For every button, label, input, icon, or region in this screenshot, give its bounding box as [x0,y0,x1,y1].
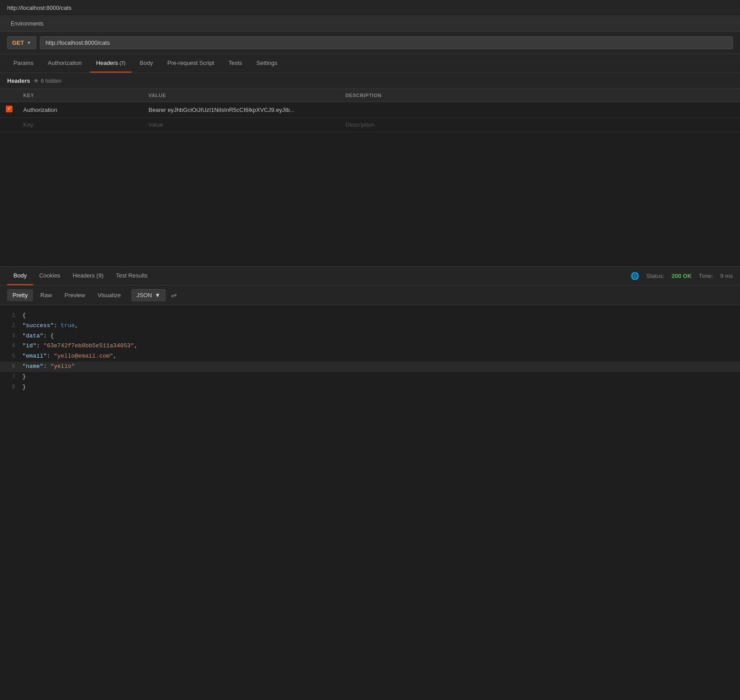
response-tab-cookies[interactable]: Cookies [33,267,67,285]
chevron-down-icon: ▼ [155,292,161,299]
response-tab-headers[interactable]: Headers (9) [67,267,110,285]
format-tab-pretty[interactable]: Pretty [7,289,33,301]
method-label: GET [12,39,24,46]
time-label: Time: [699,273,713,279]
line-number: 3 [0,332,22,341]
json-line: 3 "data": { [0,331,740,341]
json-output: 1{2 "success": true,3 "data": {4 "id": "… [0,305,740,397]
environments-button[interactable]: Environments [7,19,47,29]
method-dropdown[interactable]: GET ▼ [7,36,36,49]
format-type-label: JSON [136,292,152,299]
line-content: "email": "yello@email.com", [22,352,740,361]
format-tab-preview[interactable]: Preview [59,289,90,301]
eye-icon: 👁 [34,78,39,84]
placeholder-value: Value [149,121,163,128]
format-bar: Pretty Raw Preview Visualize JSON ▼ ⇌ [0,286,740,305]
json-line: 2 "success": true, [0,321,740,331]
page-title: http://localhost:8000/cats [7,4,72,11]
tab-params[interactable]: Params [7,54,40,73]
hidden-count-badge: 👁 6 hidden [34,78,61,84]
headers-section-title: Headers [7,77,30,84]
status-label: Status: [646,273,664,279]
tab-settings[interactable]: Settings [250,54,284,73]
globe-icon: 🌐 [630,272,639,280]
line-content: } [22,383,740,392]
line-number: 7 [0,372,22,382]
line-content: "success": true, [22,321,740,331]
row-checkbox[interactable] [6,106,13,112]
top-bar: http://localhost:8000/cats [0,0,740,16]
line-number: 2 [0,321,22,331]
response-status: 🌐 Status: 200 OK Time: 9 ms [630,272,733,280]
json-line: 5 "email": "yello@email.com", [0,351,740,362]
placeholder-checkbox-cell [0,118,18,132]
line-number: 1 [0,311,22,320]
status-code: 200 OK [672,273,692,279]
row-key-cell: Authorization [18,102,143,118]
tab-authorization[interactable]: Authorization [42,54,88,73]
format-tab-raw[interactable]: Raw [35,289,57,301]
hidden-count-label: 6 hidden [41,78,61,84]
table-row: Authorization Bearer eyJhbGciOiJIUzI1NiI… [0,102,740,118]
response-tab-body[interactable]: Body [7,267,33,285]
table-row-placeholder: Key Value Description [0,118,740,132]
line-content: "data": { [22,332,740,341]
format-tab-visualize[interactable]: Visualize [92,289,126,301]
middle-space [0,132,740,266]
tab-body[interactable]: Body [133,54,159,73]
url-bar: GET ▼ [0,32,740,54]
row-value-text: Bearer eyJhbGciOiJIUzI1NiIsInR5cCI6IkpXV… [149,107,295,113]
line-content: { [22,311,740,320]
json-line: 1{ [0,311,740,321]
time-value: 9 ms [720,273,733,279]
tab-tests[interactable]: Tests [222,54,248,73]
request-tab-bar: Params Authorization Headers (7) Body Pr… [0,54,740,73]
json-line: 4 "id": "63e742f7eb8bb5e511a34053", [0,341,740,351]
col-header-description: DESCRIPTION [340,89,740,102]
row-checkbox-cell[interactable] [0,102,18,118]
line-number: 8 [0,383,22,392]
tab-prerequest[interactable]: Pre-request Script [161,54,221,73]
url-input[interactable] [40,36,733,49]
placeholder-value-cell[interactable]: Value [143,118,340,132]
placeholder-key-cell[interactable]: Key [18,118,143,132]
line-content: "id": "63e742f7eb8bb5e511a34053", [22,341,740,351]
line-number: 5 [0,352,22,361]
wrap-icon[interactable]: ⇌ [171,291,177,299]
row-value-cell: Bearer eyJhbGciOiJIUzI1NiIsInR5cCI6IkpXV… [143,102,340,118]
headers-table: KEY VALUE DESCRIPTION Authorization Bear… [0,89,740,132]
line-number: 4 [0,341,22,351]
row-key-value: Authorization [23,107,57,113]
headers-section-header: Headers 👁 6 hidden [0,73,740,89]
response-tab-bar: Body Cookies Headers (9) Test Results 🌐 … [0,267,740,286]
line-content: } [22,372,740,382]
environments-bar: Environments [0,16,740,32]
row-desc-cell [340,102,740,118]
response-section: Body Cookies Headers (9) Test Results 🌐 … [0,266,740,397]
format-type-select[interactable]: JSON ▼ [132,289,166,301]
col-header-key: KEY [18,89,143,102]
tab-headers[interactable]: Headers (7) [90,54,132,73]
placeholder-desc-cell[interactable]: Description [340,118,740,132]
response-tab-test-results[interactable]: Test Results [110,267,154,285]
json-line: 8} [0,382,740,393]
placeholder-desc: Description [345,121,374,128]
line-number: 6 [0,362,22,371]
placeholder-key: Key [23,121,33,128]
col-header-checkbox [0,89,18,102]
col-header-value: VALUE [143,89,340,102]
chevron-down-icon: ▼ [27,40,31,45]
line-content: "name": "yello" [22,362,740,371]
json-line: 6 "name": "yello" [0,362,740,372]
json-line: 7 } [0,372,740,382]
